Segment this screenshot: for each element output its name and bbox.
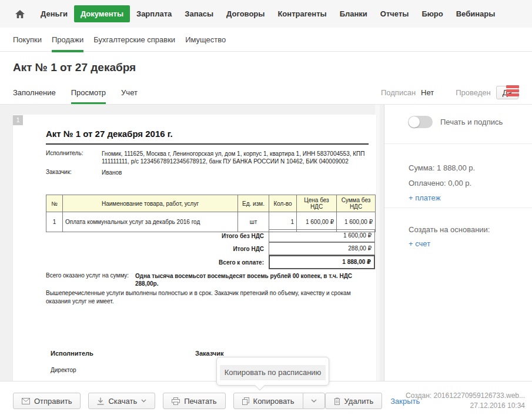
print-sign-toggle-row[interactable]: Печать и подпись [408, 116, 503, 128]
print-button[interactable]: Печатать [163, 393, 225, 409]
sidebar-divider [384, 143, 532, 144]
executor-sign-header: Исполнитель [51, 350, 93, 357]
col-header-qty: Кол-во [269, 195, 297, 212]
title-rule [46, 143, 369, 145]
director-label: Директор [51, 367, 76, 373]
copy-button-group: Копировать [233, 393, 325, 409]
menu-icon[interactable] [506, 85, 519, 98]
total-value: 1 600,00 ₽ [269, 229, 375, 242]
add-invoice-link[interactable]: + счет [409, 239, 430, 248]
subnav-item-accounting-certificates[interactable]: Бухгалтерские справки [93, 33, 175, 46]
sidebar-divider [384, 208, 532, 208]
amount-text: Сумма: 1 888,00 р. [409, 163, 475, 172]
trash-icon [334, 397, 340, 405]
total-label: Итого без НДС [46, 233, 269, 239]
home-icon [15, 10, 25, 18]
amount-words-value: Одна тысяча восемьсот восемьдесят восемь… [135, 272, 362, 287]
print-sign-label: Печать и подпись [440, 118, 503, 126]
add-payment-link[interactable]: + платеж [409, 193, 440, 202]
create-from-label: Создать на основании: [409, 225, 490, 234]
copy-icon [242, 397, 249, 405]
subnav-item-purchases[interactable]: Покупки [13, 33, 42, 46]
sub-navigation: Покупки Продажи Бухгалтерские справки Им… [0, 28, 532, 52]
download-button[interactable]: Скачать [88, 393, 155, 409]
page-number-badge: 1 [13, 115, 23, 125]
services-note: Вышеперечисленные услуги выполнены полно… [46, 289, 367, 306]
nav-item-contracts[interactable]: Договоры [220, 5, 271, 22]
amount-words-label: Всего оказано услуг на сумму: [46, 272, 129, 279]
total-row-subtotal: Итого без НДС 1 600,00 ₽ [46, 229, 375, 242]
col-header-name: Наименование товара, работ, услуг [63, 195, 238, 212]
send-button-label: Отправить [34, 397, 72, 406]
subnav-item-property[interactable]: Имущество [185, 33, 226, 46]
nav-item-bureau[interactable]: Бюро [415, 5, 449, 22]
items-table: № Наименование товара, работ, услуг Ед. … [46, 195, 376, 232]
copy-dropdown-popup: Копировать по расписанию [216, 357, 329, 386]
tab-filling[interactable]: Заполнение [13, 88, 56, 101]
executor-value: Гномик, 111625, Москва г, Лениногорская … [102, 150, 371, 165]
subnav-item-sales[interactable]: Продажи [52, 33, 83, 46]
send-button[interactable]: Отправить [13, 393, 81, 409]
created-datetime: 27.12.2016 10:34 [406, 401, 525, 411]
act-title: Акт № 1 от 27 декабря 2016 г. [46, 129, 173, 139]
home-nav-item[interactable] [12, 8, 28, 21]
col-header-num: № [46, 195, 63, 212]
executor-label: Исполнитель: [46, 150, 83, 156]
nav-item-reports[interactable]: Отчеты [374, 5, 416, 22]
document-page: Акт № 1 от 27 декабря 2016 г. Исполнител… [13, 115, 376, 381]
copy-button[interactable]: Копировать [233, 393, 303, 409]
posted-label: Проведен [456, 88, 491, 97]
tab-preview[interactable]: Просмотр [71, 88, 106, 101]
print-button-label: Печатать [184, 397, 216, 406]
total-label: Всего к оплате: [46, 259, 269, 266]
copy-dropdown-button[interactable] [303, 393, 325, 409]
cell-name-text: Оплата коммунальных услуг за декабрь 201… [65, 219, 202, 226]
nav-item-money[interactable]: Деньги [34, 5, 74, 22]
col-header-sum: Сумма без НДС [337, 195, 376, 212]
total-label: Итого НДС [46, 246, 269, 252]
toggle-switch-icon[interactable] [408, 116, 433, 128]
nav-item-webinars[interactable]: Вебинары [450, 5, 502, 22]
printer-icon [172, 397, 180, 405]
created-filename: Создан: 201612270959126733.web... [406, 391, 525, 401]
bottom-toolbar: Отправить Скачать Печатать Копировать [0, 381, 532, 415]
nav-item-forms[interactable]: Бланки [333, 5, 374, 22]
copy-by-schedule-item[interactable]: Копировать по расписанию [220, 365, 326, 380]
nav-item-stock[interactable]: Запасы [178, 5, 220, 22]
status-row: Подписан Нет Проведен Да [381, 84, 518, 101]
copy-button-label: Копировать [253, 397, 295, 406]
top-navigation: Деньги Документы Зарплата Запасы Договор… [0, 0, 532, 28]
col-header-price: Цена без НДС [297, 195, 337, 212]
nav-item-counterparties[interactable]: Контрагенты [271, 5, 333, 22]
col-header-unit: Ед. изм. [238, 195, 269, 212]
signed-value: Нет [421, 88, 434, 97]
delete-button-label: Удалить [344, 397, 374, 406]
totals-block: Итого без НДС 1 600,00 ₽ Итого НДС 288,0… [46, 229, 375, 269]
chevron-down-icon [311, 399, 317, 403]
customer-label: Заказчик: [46, 169, 72, 175]
delete-button[interactable]: Удалить [325, 393, 383, 409]
document-tabs: Заполнение Просмотр Учет [13, 88, 138, 101]
nav-item-documents[interactable]: Документы [74, 5, 130, 22]
total-row-vat: Итого НДС 288,00 ₽ [46, 242, 375, 255]
right-sidebar: Печать и подпись Сумма: 1 888,00 р. Опла… [384, 105, 532, 381]
page-title: Акт № 1 от 27 декабря [13, 61, 136, 74]
download-icon [97, 397, 104, 405]
nav-item-salary[interactable]: Зарплата [130, 5, 178, 22]
envelope-icon [22, 398, 30, 404]
tab-accounting[interactable]: Учет [121, 88, 138, 101]
signed-label: Подписан [381, 88, 416, 97]
created-info: Создан: 201612270959126733.web... 27.12.… [406, 391, 525, 411]
items-table-header-row: № Наименование товара, работ, услуг Ед. … [46, 195, 376, 212]
total-value: 288,00 ₽ [269, 242, 375, 255]
total-value: 1 888,00 ₽ [269, 255, 375, 269]
chevron-down-icon [141, 399, 146, 403]
paid-text: Оплачено: 0,00 р. [409, 179, 471, 188]
download-button-label: Скачать [108, 397, 137, 406]
total-row-grand: Всего к оплате: 1 888,00 ₽ [46, 255, 375, 269]
customer-sign-header: Заказчик [195, 350, 223, 357]
customer-value: Иванов [102, 169, 371, 176]
